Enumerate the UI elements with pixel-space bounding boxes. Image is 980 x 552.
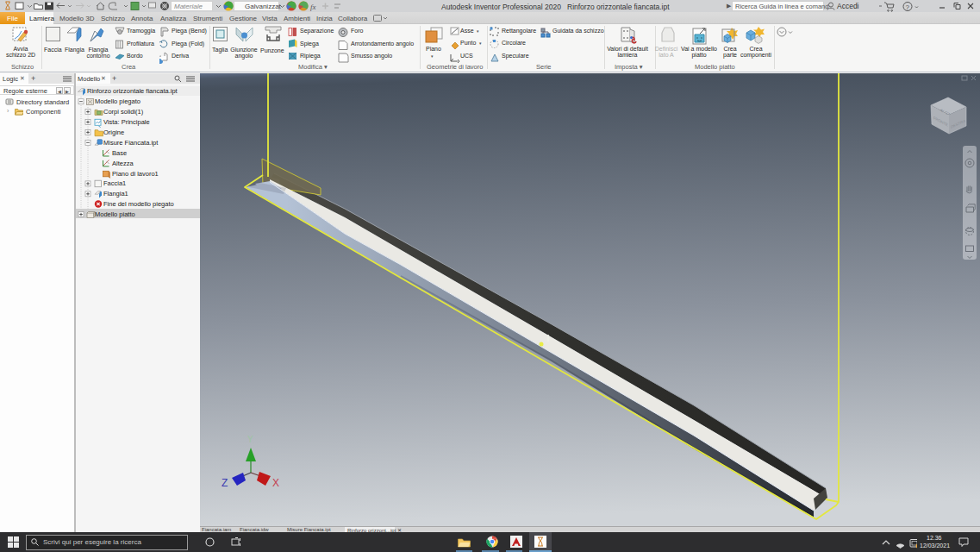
svg-text:?: ? [906, 3, 910, 11]
svg-text:Z: Z [222, 477, 228, 489]
svg-text:X: X [272, 477, 279, 489]
svg-text:fx: fx [310, 3, 316, 11]
svg-text:Y: Y [247, 435, 253, 444]
svg-text:Accedi: Accedi [837, 2, 859, 10]
